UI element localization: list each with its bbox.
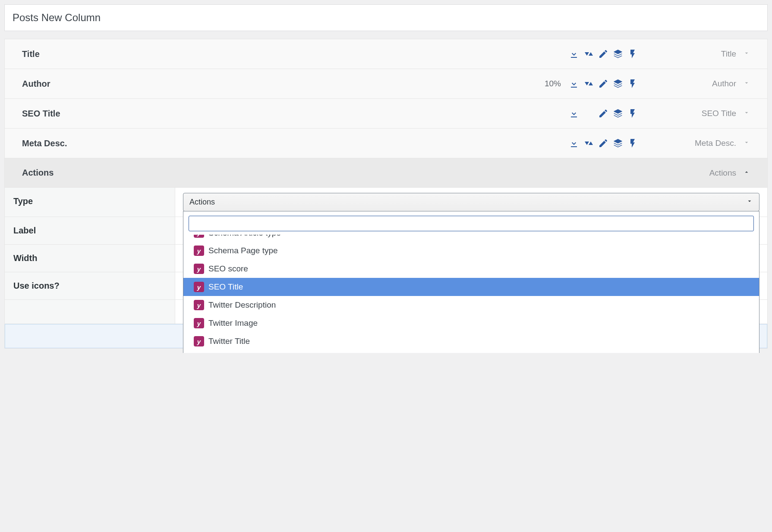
column-row[interactable]: Author 10% Author [5,69,767,99]
pencil-icon [598,108,608,119]
pencil-icon [598,49,608,59]
chevron-down-icon [746,198,753,207]
download-icon [569,49,579,59]
bolt-icon [627,79,638,89]
sort-icon [583,79,594,89]
option-label: Schema Page type [208,246,278,255]
option-label: SEO score [208,264,248,274]
type-select[interactable]: Actions [183,193,759,211]
option-label: Schema Article type [208,235,281,238]
columns-list: Title Title Author 10% [4,39,768,349]
column-settings: Type Actions y Schema Article type [5,188,767,348]
option-label: Twitter Image [208,318,258,328]
column-type: Actions [709,168,736,178]
yoast-icon: y [194,235,204,238]
stack-icon [613,49,623,59]
dropdown-group-label: Custom Fields [183,350,759,353]
dropdown-option[interactable]: y SEO Title [183,278,759,296]
column-label: SEO Title [22,109,151,119]
column-row[interactable]: Title Title [5,39,767,69]
bolt-icon [627,49,638,59]
column-label: Actions [22,168,151,178]
stack-icon [613,138,623,148]
column-type: Author [712,79,736,88]
setting-type: Type Actions y Schema Article type [5,188,767,217]
chevron-down-icon[interactable] [743,139,750,148]
column-type: SEO Title [702,109,736,118]
option-label: Twitter Description [208,300,276,310]
yoast-icon: y [194,264,204,274]
option-label: SEO Title [208,282,243,292]
download-icon [569,79,579,89]
type-select-wrap: Actions y Schema Article type y Sch [183,193,759,211]
pencil-icon [598,138,608,148]
chevron-down-icon[interactable] [743,49,750,59]
setting-label: Use icons? [5,272,175,299]
column-type: Meta Desc. [695,139,736,148]
column-label: Title [22,49,151,59]
sort-icon [583,138,594,148]
pencil-icon [598,79,608,89]
yoast-icon: y [194,318,204,328]
setting-label: Width [5,245,175,272]
yoast-icon: y [194,300,204,310]
download-icon [569,108,579,119]
icon-spacer [583,108,594,119]
type-selected-value: Actions [189,198,215,207]
column-label: Author [22,79,151,89]
dropdown-search-input[interactable] [189,216,754,231]
stack-icon [613,79,623,89]
page-title: Posts New Column [4,4,768,31]
dropdown-option[interactable]: y Schema Page type [183,242,759,260]
column-row[interactable]: Actions Actions [5,158,767,188]
bolt-icon [627,138,638,148]
column-label: Meta Desc. [22,139,151,148]
sort-icon [583,49,594,59]
chevron-up-icon[interactable] [743,168,750,178]
bolt-icon [627,108,638,119]
chevron-down-icon[interactable] [743,109,750,118]
dropdown-option[interactable]: y SEO score [183,260,759,278]
setting-label: Type [5,188,175,217]
column-row[interactable]: SEO Title SEO Title [5,99,767,129]
yoast-icon: y [194,282,204,292]
yoast-icon: y [194,336,204,346]
column-width-pct: 10% [545,79,561,88]
yoast-icon: y [194,246,204,256]
chevron-down-icon[interactable] [743,79,750,88]
stack-icon [613,108,623,119]
column-row[interactable]: Meta Desc. Meta Desc. [5,129,767,158]
dropdown-option[interactable]: y Twitter Image [183,314,759,332]
dropdown-option[interactable]: y Twitter Title [183,332,759,350]
type-dropdown: y Schema Article type y Schema Page type… [183,211,759,353]
dropdown-option[interactable]: y Twitter Description [183,296,759,314]
option-label: Twitter Title [208,337,250,346]
dropdown-option[interactable]: y Schema Article type [183,235,759,242]
setting-label: Label [5,217,175,244]
column-type: Title [721,49,736,59]
download-icon [569,138,579,148]
